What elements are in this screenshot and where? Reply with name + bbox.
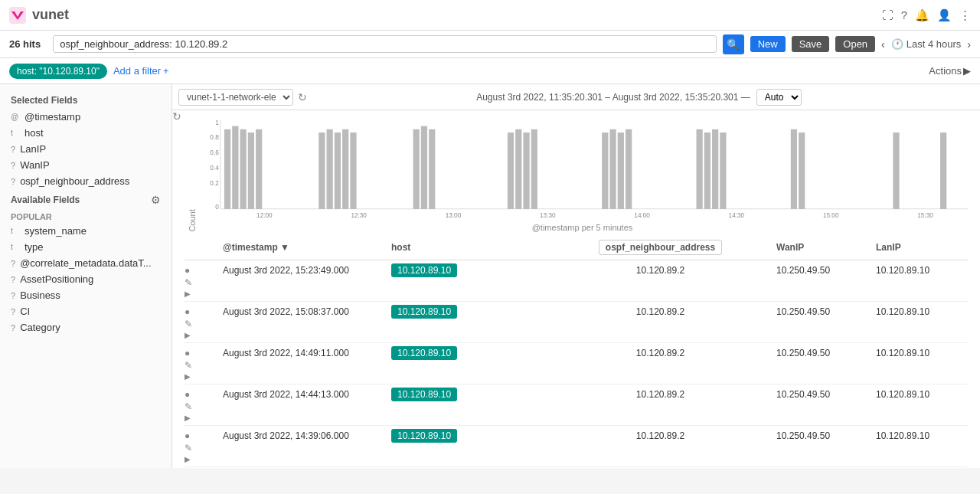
ospf-column-badge[interactable]: ospf_neighbour_address [599, 240, 722, 255]
host-chip-1[interactable]: 10.120.89.10 [391, 305, 457, 319]
svg-rect-38 [940, 132, 946, 209]
col-timestamp-header[interactable]: @timestamp ▼ [223, 242, 391, 253]
bookmark-icon-1[interactable]: ● [185, 306, 223, 317]
main-layout: Selected Fields @ @timestamp t host ? La… [0, 84, 980, 468]
user-icon[interactable]: 👤 [937, 8, 952, 22]
svg-rect-19 [350, 132, 356, 209]
svg-text:15:00: 15:00 [823, 211, 839, 219]
host-chip-2[interactable]: 10.120.89.10 [391, 346, 457, 360]
type-icon-ci: ? [11, 307, 15, 316]
expand-icon-4[interactable]: ▶ [185, 455, 223, 463]
svg-text:0.8: 0.8 [210, 133, 219, 141]
content-area: vunet-1-1-network-element-he... ↻ August… [172, 84, 980, 468]
host-chip-0[interactable]: 10.120.89.10 [391, 263, 457, 277]
y-axis-label: Count [185, 116, 197, 232]
edit-icon-3[interactable]: ✎ [185, 401, 223, 412]
sidebar-item-business[interactable]: ? Business [0, 287, 172, 303]
host-chip-3[interactable]: 10.120.89.10 [391, 388, 457, 401]
bookmark-icon-0[interactable]: ● [185, 265, 223, 276]
type-icon-system: t [11, 227, 20, 235]
sidebar-item-ospf[interactable]: ? ospf_neighbour_address [0, 173, 172, 189]
edit-icon-4[interactable]: ✎ [185, 443, 223, 453]
next-arrow[interactable]: › [967, 38, 971, 51]
type-icon-host: t [11, 129, 20, 137]
chart-refresh-icon[interactable]: ↻ [172, 110, 181, 123]
sidebar-item-wanip[interactable]: ? WanIP [0, 157, 172, 173]
expand-icon-0[interactable]: ▶ [185, 290, 223, 298]
host-chip-4[interactable]: 10.120.89.10 [391, 429, 457, 443]
bookmark-icon-4[interactable]: ● [185, 430, 223, 441]
type-icon-asset: ? [11, 275, 15, 284]
chart-svg: 1 0.8 0.6 0.4 0.2 0 [197, 116, 968, 221]
available-fields-title: Available Fields [11, 195, 80, 205]
svg-rect-20 [413, 129, 420, 209]
row-actions-0: ● ✎ ▶ [185, 263, 223, 298]
fullscreen-icon[interactable]: ⛶ [882, 8, 893, 21]
sidebar-item-timestamp[interactable]: @ @timestamp [0, 109, 172, 125]
sidebar-item-category[interactable]: ? Category [0, 319, 172, 335]
notification-icon[interactable]: 🔔 [915, 8, 929, 22]
cell-timestamp-1: August 3rd 2022, 15:08:37.000 [223, 305, 391, 317]
cell-host-0: 10.120.89.10 [391, 263, 544, 277]
open-button[interactable]: Open [835, 36, 875, 52]
expand-icon-1[interactable]: ▶ [185, 331, 223, 339]
svg-rect-34 [720, 132, 726, 209]
svg-text:1: 1 [215, 118, 219, 126]
type-icon-lanip: ? [11, 145, 15, 154]
host-filter-chip[interactable]: host: "10.120.89.10" [9, 64, 107, 79]
expand-icon-2[interactable]: ▶ [185, 372, 223, 381]
cell-lanip-2: 10.120.89.10 [876, 346, 968, 358]
refresh-icon[interactable]: ↻ [298, 91, 307, 103]
sidebar: Selected Fields @ @timestamp t host ? La… [0, 84, 172, 468]
edit-icon-2[interactable]: ✎ [185, 360, 223, 371]
sidebar-item-host[interactable]: t host [0, 125, 172, 141]
sidebar-item-system-name[interactable]: t system_name [0, 223, 172, 239]
sidebar-item-label: system_name [24, 225, 87, 237]
svg-rect-28 [609, 129, 616, 209]
cell-timestamp-0: August 3rd 2022, 15:23:49.000 [223, 263, 391, 276]
search-submit-button[interactable]: 🔍 [723, 34, 744, 54]
table-rows: ● ✎ ▶ August 3rd 2022, 15:23:49.000 10.1… [185, 260, 968, 467]
search-input[interactable] [53, 35, 716, 53]
svg-text:0.4: 0.4 [210, 164, 219, 172]
more-icon[interactable]: ⋮ [959, 8, 971, 22]
sidebar-item-type[interactable]: t type [0, 239, 172, 255]
table-section: @timestamp ▼ host ospf_neighbour_address… [172, 235, 980, 467]
cell-timestamp-3: August 3rd 2022, 14:44:13.000 [223, 388, 391, 400]
cell-timestamp-2: August 3rd 2022, 14:49:11.000 [223, 346, 391, 358]
expand-icon-3[interactable]: ▶ [185, 414, 223, 422]
edit-icon-0[interactable]: ✎ [185, 277, 223, 288]
x-axis-label: @timestamp per 5 minutes [197, 223, 968, 232]
index-row: vunet-1-1-network-element-he... ↻ August… [172, 84, 980, 110]
cell-lanip-1: 10.120.89.10 [876, 305, 968, 317]
col-ospf-header: ospf_neighbour_address [544, 240, 776, 255]
svg-rect-26 [531, 129, 537, 209]
gear-icon[interactable]: ⚙ [151, 194, 161, 206]
bookmark-icon-2[interactable]: ● [185, 348, 223, 358]
col-host-header[interactable]: host [391, 242, 544, 253]
help-icon[interactable]: ? [901, 8, 907, 21]
new-button[interactable]: New [750, 36, 786, 52]
sidebar-item-label: @correlate_metadata.dataT... [20, 257, 151, 269]
edit-icon-1[interactable]: ✎ [185, 319, 223, 329]
sidebar-item-correlate[interactable]: ? @correlate_metadata.dataT... [0, 255, 172, 271]
svg-text:14:00: 14:00 [634, 211, 650, 219]
chart-container: 1 0.8 0.6 0.4 0.2 0 [197, 116, 968, 221]
sidebar-item-lanip[interactable]: ? LanIP [0, 141, 172, 157]
col-wanip-header[interactable]: WanIP [776, 242, 876, 253]
index-selector[interactable]: vunet-1-1-network-element-he... [178, 89, 293, 106]
vunet-logo-icon [9, 7, 26, 24]
auto-select[interactable]: Auto [756, 89, 802, 106]
svg-rect-37 [893, 132, 899, 209]
save-button[interactable]: Save [792, 36, 830, 52]
sidebar-item-asset[interactable]: ? AssetPositioning [0, 271, 172, 287]
sidebar-item-ci[interactable]: ? CI [0, 303, 172, 319]
chart-wrapper: Count 1 0.8 0.6 0.4 0.2 0 [185, 116, 968, 232]
prev-arrow[interactable]: ‹ [881, 38, 885, 51]
table-row: ● ✎ ▶ August 3rd 2022, 14:44:13.000 10.1… [185, 384, 968, 426]
actions-button[interactable]: Actions ▶ [929, 65, 971, 77]
col-lanip-header[interactable]: LanIP [876, 242, 968, 253]
svg-rect-14 [256, 129, 262, 209]
bookmark-icon-3[interactable]: ● [185, 389, 223, 400]
add-filter-button[interactable]: Add a filter + [113, 65, 169, 77]
